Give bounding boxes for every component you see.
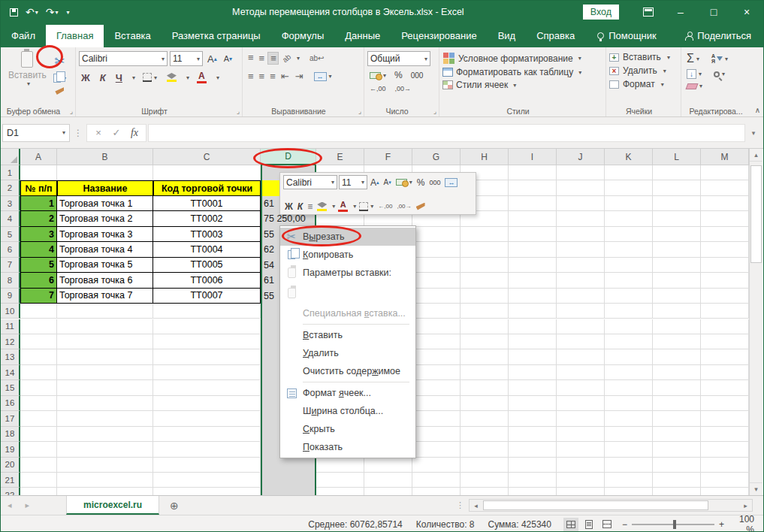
cell-A7[interactable]: 5: [20, 258, 57, 273]
cell-L16[interactable]: [653, 396, 701, 411]
cell-M8[interactable]: [701, 273, 749, 288]
find-select-icon[interactable]: ▾: [711, 70, 727, 78]
cell-J4[interactable]: [557, 211, 605, 226]
cell-H7[interactable]: [461, 258, 509, 273]
cell-J19[interactable]: [557, 442, 605, 457]
cell-A14[interactable]: [20, 365, 57, 380]
zoom-slider-thumb[interactable]: [673, 520, 676, 529]
cell-D8-value[interactable]: 61: [264, 275, 274, 286]
page-layout-view-icon[interactable]: [581, 518, 596, 531]
cell-J5[interactable]: [557, 227, 605, 242]
cell-K2[interactable]: [605, 180, 653, 195]
cell-M13[interactable]: [701, 349, 749, 364]
cell-C10[interactable]: [153, 304, 261, 319]
format-painter-icon[interactable]: [51, 86, 68, 95]
row-header-15[interactable]: 15: [1, 380, 20, 395]
cell-L8[interactable]: [653, 273, 701, 288]
cell-H10[interactable]: [461, 304, 509, 319]
align-left-icon[interactable]: ≡: [246, 71, 255, 82]
cell-B5[interactable]: Торговая точка 3: [57, 227, 153, 242]
cell-I11[interactable]: [509, 319, 557, 334]
decrease-indent-icon[interactable]: ⇤: [279, 70, 291, 83]
cell-A11[interactable]: [20, 319, 57, 334]
increase-decimal-icon[interactable]: ←,00: [367, 84, 388, 93]
cell-C19[interactable]: [153, 442, 261, 457]
cell-G8[interactable]: [412, 273, 461, 288]
cell-D5-value[interactable]: 55: [264, 229, 274, 240]
tab-Формулы[interactable]: Формулы: [271, 25, 335, 47]
cell-A5[interactable]: 3: [20, 227, 57, 242]
cell-A12[interactable]: [20, 334, 57, 349]
format-as-table-button[interactable]: Форматировать как таблицу▾: [442, 67, 602, 77]
cell-H8[interactable]: [461, 273, 509, 288]
scrollbar-splitter-handle[interactable]: ⋮: [451, 500, 469, 510]
cell-K6[interactable]: [605, 242, 653, 257]
row-header-13[interactable]: 13: [1, 349, 20, 364]
cell-B15[interactable]: [57, 380, 153, 395]
row-header-20[interactable]: 20: [1, 458, 20, 473]
mini-decrease-decimal-icon[interactable]: ,00→: [395, 203, 412, 210]
cell-B17[interactable]: [57, 411, 153, 426]
cell-M20[interactable]: [701, 458, 749, 473]
cell-J16[interactable]: [557, 396, 605, 411]
underline-button[interactable]: Ч: [113, 71, 125, 84]
cell-I5[interactable]: [509, 227, 557, 242]
cell-B18[interactable]: [57, 427, 153, 442]
mini-percent-icon[interactable]: %: [415, 177, 427, 188]
cell-H11[interactable]: [461, 319, 509, 334]
mini-align-center-icon[interactable]: ≡: [306, 201, 314, 212]
cell-M5[interactable]: [701, 227, 749, 242]
cell-C18[interactable]: [153, 427, 261, 442]
mini-accounting-icon[interactable]: ▾: [394, 179, 414, 186]
cell-C21[interactable]: [153, 473, 261, 488]
cell-G13[interactable]: [412, 349, 461, 364]
row-header-16[interactable]: 16: [1, 396, 20, 411]
cell-H21[interactable]: [461, 473, 509, 488]
cell-L2[interactable]: [653, 180, 701, 195]
cell-A17[interactable]: [20, 411, 57, 426]
cell-A13[interactable]: [20, 349, 57, 364]
menu-item-Скрыть[interactable]: Скрыть: [280, 420, 415, 438]
cell-C8[interactable]: TT0006: [153, 273, 261, 288]
cell-I18[interactable]: [509, 427, 557, 442]
decrease-decimal-icon[interactable]: ,00→: [393, 84, 414, 93]
assistant-button[interactable]: Помощник: [590, 25, 664, 47]
cell-I19[interactable]: [509, 442, 557, 457]
maximize-button[interactable]: □: [697, 1, 730, 23]
cell-C17[interactable]: [153, 411, 261, 426]
cell-I8[interactable]: [509, 273, 557, 288]
cell-G14[interactable]: [412, 365, 461, 380]
cell-I21[interactable]: [509, 473, 557, 488]
menu-item-Очистить содержимое[interactable]: Очистить содержимое: [280, 362, 415, 380]
cell-J1[interactable]: [557, 165, 605, 180]
cell-L14[interactable]: [653, 365, 701, 380]
mini-merge-icon[interactable]: ↔: [443, 178, 459, 187]
cell-L5[interactable]: [653, 227, 701, 242]
cell-A3[interactable]: 1: [20, 196, 57, 211]
cut-icon[interactable]: ✂: [51, 53, 68, 70]
cell-C5[interactable]: TT0003: [153, 227, 261, 242]
cell-G15[interactable]: [412, 380, 461, 395]
formula-input[interactable]: [148, 124, 745, 142]
cell-M18[interactable]: [701, 427, 749, 442]
menu-item-Удалить[interactable]: Удалить: [280, 344, 415, 362]
tab-Вид[interactable]: Вид: [488, 25, 527, 47]
new-sheet-icon[interactable]: ⊕: [159, 500, 189, 512]
shrink-font-icon[interactable]: А▾: [222, 53, 234, 64]
cell-B22[interactable]: [57, 488, 153, 495]
cell-L13[interactable]: [653, 349, 701, 364]
cell-L19[interactable]: [653, 442, 701, 457]
cell-H22[interactable]: [461, 488, 509, 495]
cell-K14[interactable]: [605, 365, 653, 380]
mini-grow-font-icon[interactable]: А▴: [369, 177, 381, 188]
tab-Справка[interactable]: Справка: [526, 25, 585, 47]
cell-G6[interactable]: [412, 242, 461, 257]
cell-C16[interactable]: [153, 396, 261, 411]
sort-filter-icon[interactable]: АЯ▾: [709, 53, 730, 65]
delete-cells-button[interactable]: ×Удалить▾: [609, 65, 678, 76]
mini-fill-color-icon[interactable]: [316, 202, 328, 211]
cell-H19[interactable]: [461, 442, 509, 457]
cell-I22[interactable]: [509, 488, 557, 495]
row-header-7[interactable]: 7: [1, 258, 20, 273]
cell-L15[interactable]: [653, 380, 701, 395]
